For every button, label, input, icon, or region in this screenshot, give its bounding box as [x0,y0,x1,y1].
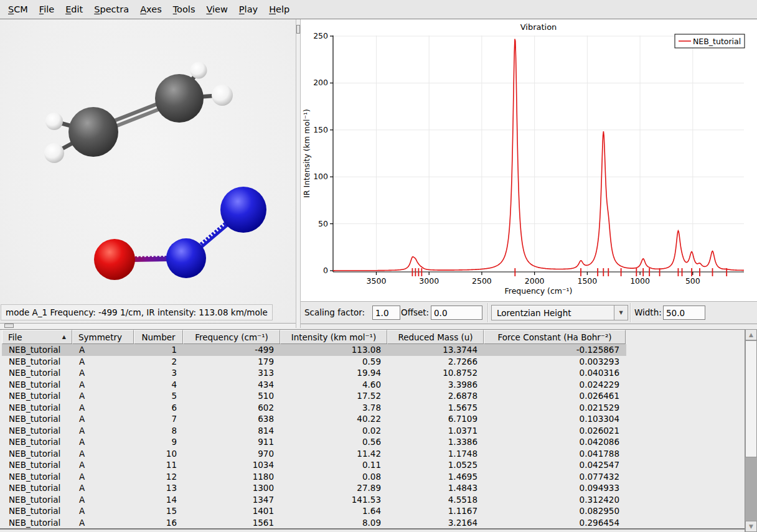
viewer-hscroll-thumb[interactable] [4,324,14,328]
splitter-handle[interactable] [296,25,300,34]
table-cell: 638 [183,413,280,425]
scaling-factor-input[interactable] [372,306,400,320]
table-cell: NEB_tutorial [2,494,72,506]
table-row[interactable]: NEB_tutorialA44344.603.39860.024229 [2,379,626,391]
atom-n[interactable] [220,187,266,233]
table-row[interactable]: NEB_tutorialA99110.561.33860.042086 [2,436,626,448]
atom-c[interactable] [155,74,204,123]
table-row[interactable]: NEB_tutorialA1-499113.0813.3744-0.125867 [2,344,626,356]
table-vertical-scrollbar[interactable]: ▲ ▼ [745,329,757,532]
table-cell: 19.94 [280,367,387,379]
atom-n[interactable] [166,238,206,278]
atom-h[interactable] [45,113,63,130]
table-cell: 1.4695 [387,471,484,483]
vertical-splitter-scrollbar[interactable] [296,19,301,328]
header-cell-intensity[interactable]: Intensity (km mol⁻¹) [280,330,387,344]
table-cell: A [72,436,134,448]
menu-item-help[interactable]: Help [263,2,295,17]
table-cell: 10.8752 [387,367,484,379]
table-row[interactable]: NEB_tutorialA1097011.421.17480.041788 [2,448,626,460]
table-row[interactable]: NEB_tutorialA1211800.081.46950.077432 [2,471,626,483]
table-cell: A [72,425,134,437]
menu-item-edit[interactable]: Edit [60,2,88,17]
table-cell: NEB_tutorial [2,390,72,402]
atom-h[interactable] [212,85,233,106]
spectrum-curve [333,39,744,271]
table-cell: 141.53 [280,494,387,506]
header-cell-symmetry[interactable]: Symmetry [72,330,134,344]
table-cell: NEB_tutorial [2,505,72,517]
table-cell: 0.312420 [484,494,626,506]
table-cell: A [72,379,134,391]
table-cell: 0.082950 [484,505,626,517]
table-cell: NEB_tutorial [2,402,72,414]
table-cell: NEB_tutorial [2,436,72,448]
table-row[interactable]: NEB_tutorialA66023.781.56750.021529 [2,402,626,414]
table-cell: A [72,505,134,517]
offset-label: Offset: [401,307,429,317]
table-row[interactable]: NEB_tutorialA141347141.534.55180.312420 [2,494,626,506]
lineshape-combobox[interactable]: Lorentzian Height ▼ [491,305,628,320]
header-cell-reduced-mass[interactable]: Reduced Mass (u) [387,330,484,344]
table-cell: NEB_tutorial [2,425,72,437]
table-cell: 1561 [183,517,280,529]
y-tick-label: 50 [318,219,328,228]
menu-item-axes[interactable]: Axes [134,2,167,17]
menu-item-scm[interactable]: SCM [2,2,34,17]
table-cell: 40.22 [280,413,387,425]
table-cell: 113.08 [280,344,387,356]
table-vscroll-thumb[interactable] [745,340,757,457]
legend-label: NEB_tutorial [693,37,741,46]
table-cell: 17.52 [280,390,387,402]
header-cell-frequency[interactable]: Frequency (cm⁻¹) [183,330,280,344]
scroll-down-icon[interactable]: ▼ [745,521,757,532]
menu-item-file[interactable]: File [34,2,60,17]
molecule-viewer[interactable]: mode A_1 Frequency: -499 1/cm, IR intens… [0,19,296,328]
viewer-horizontal-scrollbar[interactable] [0,323,296,329]
table-cell: 510 [183,390,280,402]
scroll-up-icon[interactable]: ▲ [745,329,757,340]
menu-item-play[interactable]: Play [233,2,263,17]
table-cell: 0.59 [280,356,387,368]
table-cell: A [72,459,134,471]
table-row[interactable]: NEB_tutorialA331319.9410.87520.040316 [2,367,626,379]
table-row[interactable]: NEB_tutorialA1514011.641.11670.082950 [2,505,626,517]
width-input[interactable] [663,306,705,320]
table-row[interactable]: NEB_tutorialA21790.592.72660.003293 [2,356,626,368]
y-tick-label: 250 [313,31,328,40]
menu-item-view[interactable]: View [200,2,233,17]
width-label: Width: [634,307,662,317]
table-cell: 11.42 [280,448,387,460]
atom-c[interactable] [68,107,118,157]
table-row[interactable]: NEB_tutorialA88140.021.03710.026021 [2,425,626,437]
table-cell: 0.024229 [484,379,626,391]
scaling-factor-label: Scaling factor: [304,307,365,317]
table-cell: 313 [183,367,280,379]
header-cell-force-constant[interactable]: Force Constant (Ha Bohr⁻²) [484,330,626,344]
dropdown-arrow-icon[interactable]: ▼ [614,306,628,320]
table-cell: 3.2164 [387,517,484,529]
molecule-canvas[interactable] [0,19,296,303]
menu-item-spectra[interactable]: Spectra [88,2,134,17]
x-tick-label: 500 [685,276,700,286]
table-row[interactable]: NEB_tutorialA763840.226.71090.103304 [2,413,626,425]
table-cell: 16 [134,517,183,529]
vibration-spectrum-chart[interactable]: 0501001502002503500300025002000150010005… [301,19,757,301]
header-cell-file[interactable]: File▲ [2,330,72,344]
table-cell: -0.125867 [484,344,626,356]
y-axis-label: IR Intensity (km mol⁻¹) [302,109,311,198]
atom-o[interactable] [94,239,135,280]
offset-input[interactable] [431,306,482,320]
header-cell-number[interactable]: Number [134,330,183,344]
table-row[interactable]: NEB_tutorialA1110340.111.05250.042547 [2,459,626,471]
table-cell: 6.7109 [387,413,484,425]
y-tick-label: 0 [323,266,328,275]
atom-h[interactable] [44,143,64,163]
table-cell: 14 [134,494,183,506]
menu-item-tools[interactable]: Tools [167,2,201,17]
table-row[interactable]: NEB_tutorialA551017.522.68780.026461 [2,390,626,402]
table-row[interactable]: NEB_tutorialA13130027.891.48430.094933 [2,482,626,494]
atom-h[interactable] [190,62,207,79]
table-row[interactable]: NEB_tutorialA1615618.093.21640.296454 [2,517,626,529]
table-cell: 0.040316 [484,367,626,379]
